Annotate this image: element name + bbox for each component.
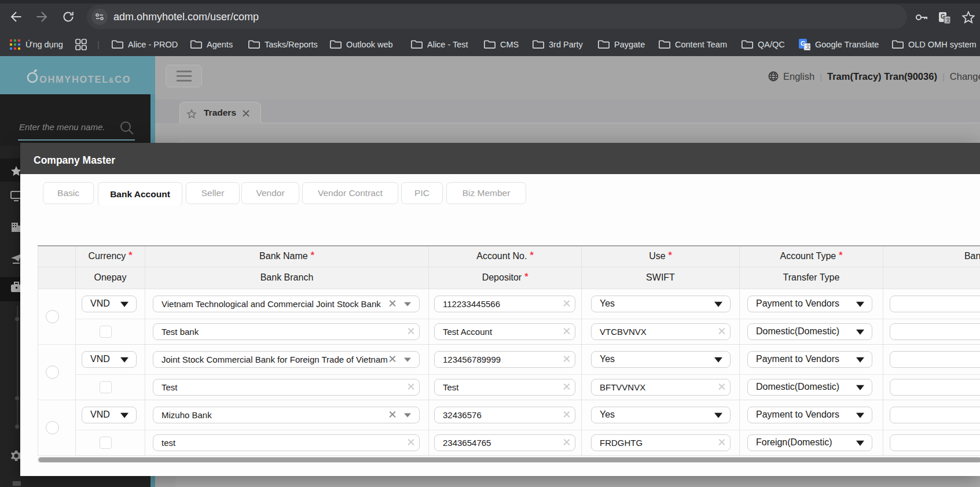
svg-text:文: 文 <box>946 17 951 23</box>
svg-text:文: 文 <box>806 44 811 50</box>
